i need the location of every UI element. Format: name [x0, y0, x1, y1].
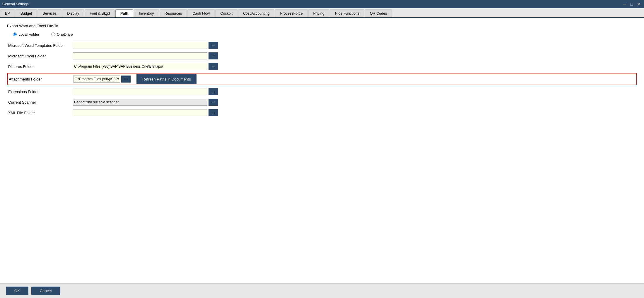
tab-display[interactable]: Display: [62, 9, 84, 17]
maximize-button[interactable]: □: [629, 1, 635, 7]
tab-hide-functions[interactable]: Hide Functions: [330, 9, 364, 17]
word-templates-browse-button[interactable]: ···: [209, 42, 218, 49]
export-location-radio-group: Local Folder OneDrive: [13, 32, 637, 37]
onedrive-radio-label[interactable]: OneDrive: [51, 32, 73, 37]
word-templates-row: Microsoft Word Templates Folder ···: [7, 41, 637, 49]
footer: OK Cancel: [0, 283, 644, 298]
main-content: Export Word and Excel File To Local Fold…: [0, 18, 644, 283]
tab-cash-flow[interactable]: Cash Flow: [187, 9, 215, 17]
cancel-button[interactable]: Cancel: [31, 287, 60, 295]
local-folder-label: Local Folder: [18, 32, 40, 37]
section-title: Export Word and Excel File To: [7, 24, 637, 28]
excel-folder-browse-button[interactable]: ···: [209, 52, 218, 59]
general-settings-window: General Settings ─ □ ✕ BP Budget Service…: [0, 0, 644, 298]
tab-bar: BP Budget Services Display Font & Bkgd P…: [0, 8, 644, 18]
ok-button[interactable]: OK: [6, 287, 28, 295]
attachments-folder-label: Attachments Folder: [9, 77, 73, 81]
pictures-folder-row: Pictures Folder ···: [7, 62, 637, 71]
tab-processforce[interactable]: ProcessForce: [275, 9, 308, 17]
close-button[interactable]: ✕: [636, 1, 642, 7]
xml-file-folder-label: XML File Folder: [8, 111, 73, 115]
current-scanner-input[interactable]: [73, 99, 207, 106]
extensions-folder-input[interactable]: [73, 88, 207, 95]
excel-folder-label: Microsoft Excel Folder: [8, 54, 73, 58]
onedrive-radio[interactable]: [51, 32, 55, 36]
attachments-folder-row: Attachments Folder ··· Refresh Paths in …: [7, 73, 637, 85]
tab-inventory[interactable]: Inventory: [134, 9, 159, 17]
refresh-paths-button[interactable]: Refresh Paths in Documents: [136, 74, 197, 84]
title-bar-controls: ─ □ ✕: [622, 1, 642, 7]
local-folder-radio[interactable]: [13, 32, 17, 36]
pictures-folder-browse-button[interactable]: ···: [209, 63, 218, 70]
tab-services[interactable]: Services: [37, 9, 62, 17]
tab-resources[interactable]: Resources: [160, 9, 187, 17]
xml-file-folder-row: XML File Folder ···: [7, 109, 637, 117]
xml-file-folder-input[interactable]: [73, 109, 207, 116]
pictures-folder-input[interactable]: [73, 63, 207, 70]
tab-bp[interactable]: BP: [0, 9, 15, 17]
attachments-folder-browse-button[interactable]: ···: [121, 76, 131, 83]
extensions-folder-label: Extensions Folder: [8, 90, 73, 94]
current-scanner-label: Current Scanner: [8, 100, 73, 105]
attachments-folder-input[interactable]: [73, 76, 120, 83]
word-templates-input[interactable]: [73, 42, 207, 49]
tab-cost-accounting[interactable]: Cost Accounting: [238, 9, 274, 17]
tab-font-bkgd[interactable]: Font & Bkgd: [85, 9, 115, 17]
title-bar: General Settings ─ □ ✕: [0, 0, 644, 8]
excel-folder-row: Microsoft Excel Folder ···: [7, 52, 637, 60]
word-templates-label: Microsoft Word Templates Folder: [8, 43, 73, 48]
local-folder-radio-label[interactable]: Local Folder: [13, 32, 40, 37]
tab-path[interactable]: Path: [115, 9, 133, 17]
tab-qr-codes[interactable]: QR Codes: [365, 9, 392, 17]
tab-cockpit[interactable]: Cockpit: [215, 9, 238, 17]
extensions-folder-browse-button[interactable]: ···: [209, 88, 218, 95]
excel-folder-input[interactable]: [73, 52, 207, 59]
pictures-folder-label: Pictures Folder: [8, 64, 73, 69]
attachments-folder-controls: ··· Refresh Paths in Documents: [73, 74, 197, 84]
onedrive-label: OneDrive: [57, 32, 73, 37]
current-scanner-row: Current Scanner ···: [7, 98, 637, 106]
tab-budget[interactable]: Budget: [16, 9, 37, 17]
tab-pricing[interactable]: Pricing: [308, 9, 329, 17]
window-title: General Settings: [2, 2, 28, 6]
xml-file-folder-browse-button[interactable]: ···: [209, 109, 218, 116]
minimize-button[interactable]: ─: [622, 1, 628, 7]
extensions-folder-row: Extensions Folder ···: [7, 88, 637, 96]
current-scanner-browse-button[interactable]: ···: [209, 99, 218, 106]
